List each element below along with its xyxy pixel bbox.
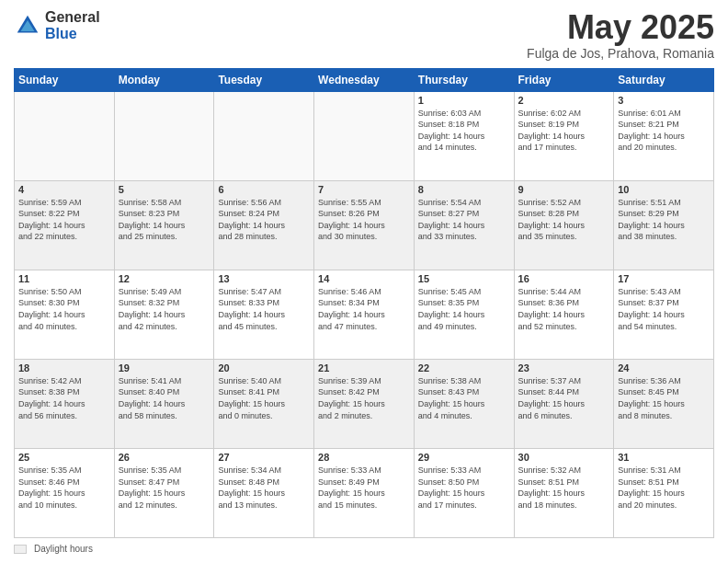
- day-number: 11: [18, 273, 110, 284]
- calendar-day: 1Sunrise: 6:03 AM Sunset: 8:18 PM Daylig…: [414, 91, 514, 180]
- title-block: May 2025 Fulga de Jos, Prahova, Romania: [527, 9, 714, 61]
- day-info: Sunrise: 6:01 AM Sunset: 8:21 PM Dayligh…: [618, 108, 710, 154]
- calendar-week-0: 1Sunrise: 6:03 AM Sunset: 8:18 PM Daylig…: [15, 91, 714, 180]
- calendar-day: 9Sunrise: 5:52 AM Sunset: 8:28 PM Daylig…: [514, 180, 614, 270]
- calendar-day: 2Sunrise: 6:02 AM Sunset: 8:19 PM Daylig…: [514, 91, 614, 180]
- calendar-day: 19Sunrise: 5:41 AM Sunset: 8:40 PM Dayli…: [114, 359, 214, 448]
- day-number: 5: [119, 184, 210, 195]
- calendar-day: 30Sunrise: 5:32 AM Sunset: 8:51 PM Dayli…: [514, 448, 614, 537]
- calendar-header-friday: Friday: [514, 68, 614, 91]
- logo-icon: [14, 12, 41, 40]
- day-number: 1: [418, 95, 510, 106]
- calendar-day: [314, 91, 415, 180]
- day-number: 26: [119, 452, 210, 463]
- calendar-header-thursday: Thursday: [414, 68, 514, 91]
- day-info: Sunrise: 5:54 AM Sunset: 8:27 PM Dayligh…: [418, 197, 510, 243]
- day-info: Sunrise: 5:55 AM Sunset: 8:26 PM Dayligh…: [318, 197, 410, 243]
- day-info: Sunrise: 5:49 AM Sunset: 8:32 PM Dayligh…: [119, 286, 210, 332]
- calendar-day: 21Sunrise: 5:39 AM Sunset: 8:42 PM Dayli…: [314, 359, 415, 448]
- day-number: 3: [618, 95, 710, 106]
- day-number: 21: [318, 362, 410, 373]
- day-info: Sunrise: 5:46 AM Sunset: 8:34 PM Dayligh…: [318, 286, 410, 332]
- calendar-day: [114, 91, 214, 180]
- day-number: 13: [218, 273, 310, 284]
- calendar-day: 22Sunrise: 5:38 AM Sunset: 8:43 PM Dayli…: [414, 359, 514, 448]
- day-info: Sunrise: 5:32 AM Sunset: 8:51 PM Dayligh…: [518, 465, 610, 511]
- day-info: Sunrise: 5:56 AM Sunset: 8:24 PM Dayligh…: [218, 197, 310, 243]
- calendar-week-3: 18Sunrise: 5:42 AM Sunset: 8:38 PM Dayli…: [15, 359, 714, 448]
- month-title: May 2025: [527, 9, 714, 46]
- calendar-day: 25Sunrise: 5:35 AM Sunset: 8:46 PM Dayli…: [15, 448, 115, 537]
- calendar-day: 31Sunrise: 5:31 AM Sunset: 8:51 PM Dayli…: [614, 448, 714, 537]
- day-info: Sunrise: 5:34 AM Sunset: 8:48 PM Dayligh…: [218, 465, 310, 511]
- day-number: 2: [518, 95, 610, 106]
- day-info: Sunrise: 5:47 AM Sunset: 8:33 PM Dayligh…: [218, 286, 310, 332]
- location: Fulga de Jos, Prahova, Romania: [527, 46, 714, 61]
- day-number: 24: [618, 362, 710, 373]
- calendar-week-1: 4Sunrise: 5:59 AM Sunset: 8:22 PM Daylig…: [15, 180, 714, 270]
- calendar-day: 12Sunrise: 5:49 AM Sunset: 8:32 PM Dayli…: [114, 270, 214, 359]
- day-info: Sunrise: 6:03 AM Sunset: 8:18 PM Dayligh…: [418, 108, 510, 154]
- day-info: Sunrise: 5:36 AM Sunset: 8:45 PM Dayligh…: [618, 375, 710, 421]
- day-info: Sunrise: 5:42 AM Sunset: 8:38 PM Dayligh…: [18, 375, 110, 421]
- logo-text: General Blue: [45, 9, 100, 41]
- day-number: 29: [418, 452, 510, 463]
- calendar-day: 11Sunrise: 5:50 AM Sunset: 8:30 PM Dayli…: [15, 270, 115, 359]
- calendar-day: 23Sunrise: 5:37 AM Sunset: 8:44 PM Dayli…: [514, 359, 614, 448]
- calendar-day: 10Sunrise: 5:51 AM Sunset: 8:29 PM Dayli…: [614, 180, 714, 270]
- calendar-day: 8Sunrise: 5:54 AM Sunset: 8:27 PM Daylig…: [414, 180, 514, 270]
- day-info: Sunrise: 6:02 AM Sunset: 8:19 PM Dayligh…: [518, 108, 610, 154]
- calendar-day: 18Sunrise: 5:42 AM Sunset: 8:38 PM Dayli…: [15, 359, 115, 448]
- day-number: 10: [618, 184, 710, 195]
- day-info: Sunrise: 5:50 AM Sunset: 8:30 PM Dayligh…: [18, 286, 110, 332]
- calendar-day: 4Sunrise: 5:59 AM Sunset: 8:22 PM Daylig…: [15, 180, 115, 270]
- day-number: 20: [218, 362, 310, 373]
- calendar-day: 14Sunrise: 5:46 AM Sunset: 8:34 PM Dayli…: [314, 270, 415, 359]
- day-number: 14: [318, 273, 410, 284]
- day-number: 28: [318, 452, 410, 463]
- calendar-day: 27Sunrise: 5:34 AM Sunset: 8:48 PM Dayli…: [214, 448, 314, 537]
- calendar-header-saturday: Saturday: [614, 68, 714, 91]
- calendar-day: 3Sunrise: 6:01 AM Sunset: 8:21 PM Daylig…: [614, 91, 714, 180]
- day-number: 19: [119, 362, 210, 373]
- day-number: 15: [418, 273, 510, 284]
- logo-general: General: [45, 9, 100, 26]
- calendar-day: 6Sunrise: 5:56 AM Sunset: 8:24 PM Daylig…: [214, 180, 314, 270]
- calendar-day: 15Sunrise: 5:45 AM Sunset: 8:35 PM Dayli…: [414, 270, 514, 359]
- day-number: 25: [18, 452, 110, 463]
- day-number: 4: [18, 184, 110, 195]
- legend-label: Daylight hours: [34, 544, 93, 554]
- day-info: Sunrise: 5:43 AM Sunset: 8:37 PM Dayligh…: [618, 286, 710, 332]
- logo-blue: Blue: [45, 26, 100, 42]
- logo: General Blue: [14, 9, 100, 41]
- day-number: 9: [518, 184, 610, 195]
- day-info: Sunrise: 5:59 AM Sunset: 8:22 PM Dayligh…: [18, 197, 110, 243]
- day-number: 31: [618, 452, 710, 463]
- calendar: SundayMondayTuesdayWednesdayThursdayFrid…: [14, 68, 714, 538]
- day-number: 30: [518, 452, 610, 463]
- day-number: 8: [418, 184, 510, 195]
- day-info: Sunrise: 5:58 AM Sunset: 8:23 PM Dayligh…: [119, 197, 210, 243]
- calendar-day: 17Sunrise: 5:43 AM Sunset: 8:37 PM Dayli…: [614, 270, 714, 359]
- calendar-header-tuesday: Tuesday: [214, 68, 314, 91]
- day-info: Sunrise: 5:45 AM Sunset: 8:35 PM Dayligh…: [418, 286, 510, 332]
- calendar-week-2: 11Sunrise: 5:50 AM Sunset: 8:30 PM Dayli…: [15, 270, 714, 359]
- day-number: 6: [218, 184, 310, 195]
- day-info: Sunrise: 5:52 AM Sunset: 8:28 PM Dayligh…: [518, 197, 610, 243]
- day-info: Sunrise: 5:35 AM Sunset: 8:47 PM Dayligh…: [119, 465, 210, 511]
- day-info: Sunrise: 5:31 AM Sunset: 8:51 PM Dayligh…: [618, 465, 710, 511]
- calendar-day: 28Sunrise: 5:33 AM Sunset: 8:49 PM Dayli…: [314, 448, 415, 537]
- day-info: Sunrise: 5:40 AM Sunset: 8:41 PM Dayligh…: [218, 375, 310, 421]
- calendar-day: 26Sunrise: 5:35 AM Sunset: 8:47 PM Dayli…: [114, 448, 214, 537]
- day-number: 22: [418, 362, 510, 373]
- page: General Blue May 2025 Fulga de Jos, Prah…: [0, 0, 728, 563]
- day-number: 23: [518, 362, 610, 373]
- day-info: Sunrise: 5:35 AM Sunset: 8:46 PM Dayligh…: [18, 465, 110, 511]
- calendar-day: 20Sunrise: 5:40 AM Sunset: 8:41 PM Dayli…: [214, 359, 314, 448]
- header: General Blue May 2025 Fulga de Jos, Prah…: [14, 9, 714, 61]
- calendar-day: 29Sunrise: 5:33 AM Sunset: 8:50 PM Dayli…: [414, 448, 514, 537]
- calendar-header-sunday: Sunday: [15, 68, 115, 91]
- legend-box: [14, 545, 27, 554]
- calendar-day: [214, 91, 314, 180]
- day-number: 16: [518, 273, 610, 284]
